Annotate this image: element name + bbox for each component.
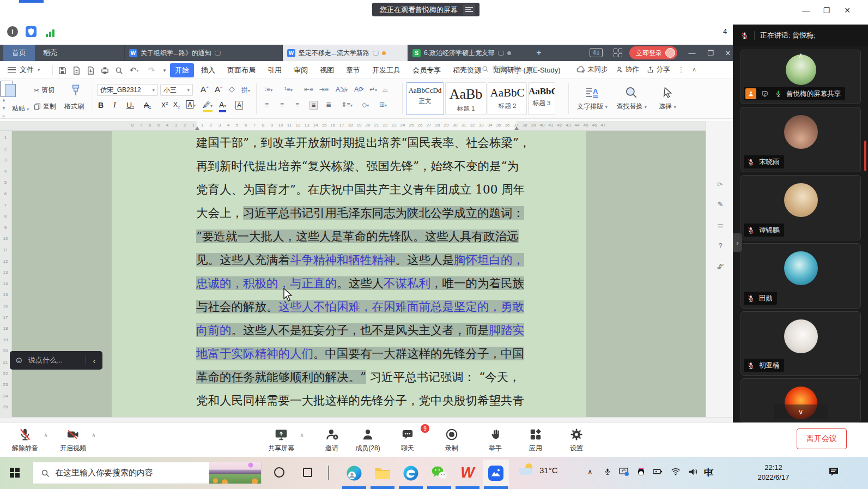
settings-button[interactable]: 设置 <box>559 426 594 453</box>
login-button[interactable]: 立即登录 <box>629 46 677 59</box>
strikethrough-button[interactable]: A▾ <box>144 101 151 110</box>
indent-marker[interactable] <box>514 126 519 130</box>
justify-button[interactable]: ≡ <box>309 101 318 110</box>
taskbar-clock[interactable]: 22:12 2022/6/17 <box>748 463 799 482</box>
style-card-1[interactable]: AaBb标题 1 <box>445 82 487 115</box>
align-left-button[interactable]: ≡ <box>265 101 269 108</box>
format-painter-icon[interactable] <box>69 83 83 98</box>
doc-tab-2-active[interactable]: W 坚定不移走...流大学新路 🖵 <box>282 45 408 61</box>
share-screen-button[interactable]: 共享屏幕 <box>264 426 299 453</box>
share-screen-chevron-icon[interactable]: ∧ <box>300 432 304 439</box>
document-line[interactable]: 地富于实际精神的人们。中国要有一大群这样的先锋分子，中国 <box>196 345 517 363</box>
export-pdf-button[interactable] <box>85 65 96 76</box>
subscript-button[interactable]: X2 <box>173 101 180 110</box>
participant-tile[interactable]: ∨ <box>740 378 861 422</box>
style-card-3[interactable]: AaBbC标题 3 <box>528 82 555 115</box>
font-color-button[interactable]: A▾ <box>219 101 226 112</box>
notification-center-button[interactable] <box>828 467 839 479</box>
taskbar-app-meeting[interactable] <box>483 460 509 486</box>
paste-button[interactable]: 粘贴 ▾ <box>12 104 29 113</box>
help-icon[interactable]: ? <box>715 240 725 250</box>
vertical-ruler[interactable]: 1234567891011121314151617181920212223242… <box>0 131 12 422</box>
tray-battery-icon[interactable] <box>653 468 663 475</box>
search-scenery-image[interactable] <box>209 462 261 484</box>
text-layout-button[interactable]: A 文字排版 ▾ <box>574 83 610 111</box>
document-line[interactable]: 向前的。这些人不是狂妄分子，也不是风头主义者，而是脚踏实 <box>196 322 517 339</box>
apps-button[interactable]: 应用 <box>518 426 553 453</box>
ribbon-tab-4[interactable]: 审阅 <box>289 63 313 77</box>
members-button[interactable]: 成员(28) <box>348 426 388 453</box>
taskbar-search[interactable]: 在这里输入你要搜索的内容 <box>33 462 262 484</box>
tray-expand-icon[interactable]: ∧ <box>587 468 593 476</box>
copy-button[interactable]: 复制 <box>34 102 56 111</box>
page-width-button[interactable]: ⌓ <box>383 86 388 93</box>
scroll-up-icon[interactable]: ∧ <box>798 51 804 59</box>
scroll-down-icon[interactable]: ∨ <box>774 405 828 419</box>
bullet-list-button[interactable]: ∶≡▾ <box>265 86 272 93</box>
sidebar-collapse-handle[interactable]: › <box>733 233 742 252</box>
wps-restore-button[interactable]: ❐ <box>704 48 717 58</box>
participant-tile[interactable]: 田勋 <box>740 243 861 309</box>
taskbar-app-wps[interactable]: W <box>454 460 481 486</box>
redo-button[interactable]: ↷ <box>146 65 157 76</box>
format-painter-button[interactable]: 格式刷 <box>64 102 84 111</box>
restore-button[interactable]: ❐ <box>820 5 834 15</box>
attach-icon[interactable]: 🖇 <box>715 261 725 271</box>
chat-overlay[interactable]: ☺ 说点什么... ‹ <box>10 351 102 370</box>
superscript-button[interactable]: X2 <box>161 101 168 109</box>
tray-qq-icon[interactable] <box>637 467 645 476</box>
shading-button[interactable]: ◇▾ <box>362 101 369 108</box>
video-chevron-icon[interactable]: ∧ <box>92 432 96 439</box>
text-direction-button[interactable]: A⟳ <box>354 86 364 93</box>
print-preview-button[interactable] <box>113 65 124 76</box>
unmute-button[interactable]: 解除静音 <box>8 426 43 453</box>
sidebar-scrollbar[interactable] <box>864 141 866 171</box>
document-line[interactable]: 大会上，习近平总书记引用毛泽东同志为陕北公学成立的题词： <box>196 204 517 222</box>
record-button[interactable]: 录制 <box>434 426 469 453</box>
ime-indicator[interactable]: 中 <box>704 466 713 479</box>
align-right-button[interactable]: ≡ <box>295 101 299 108</box>
ribbon-tab-7[interactable]: 开发工具 <box>367 63 405 77</box>
leave-meeting-button[interactable]: 离开会议 <box>797 428 847 449</box>
ribbon-tab-0[interactable]: 开始 <box>170 63 194 77</box>
file-menu-button[interactable]: 文件 ▾ <box>8 65 40 75</box>
pinyin-guide-button[interactable]: 拼▾ <box>241 86 250 95</box>
taskbar-app-explorer[interactable] <box>369 460 396 486</box>
font-name-combo[interactable]: 仿宋_GB2312▾ <box>97 84 158 96</box>
meeting-info-icon[interactable]: i <box>7 26 18 37</box>
new-tab-button[interactable]: + <box>533 47 545 59</box>
raise-hand-button[interactable]: 举手 <box>478 426 513 453</box>
sync-status[interactable]: 未同步 <box>576 65 608 74</box>
document-line[interactable]: 与社会的解放。这些人不怕困难，在困难面前总是坚定的，勇敢 <box>196 298 517 316</box>
meeting-security-icon[interactable] <box>26 26 37 37</box>
shrink-font-button[interactable]: A− <box>215 84 223 94</box>
print-button[interactable] <box>99 65 110 76</box>
wps-minimize-button[interactable]: — <box>685 48 699 58</box>
document-line[interactable]: “要造就一大批人，这些人是革命的先锋队。这些人具有政治远 <box>196 228 517 245</box>
workspace-grid-button[interactable] <box>614 49 622 57</box>
style-card-0[interactable]: AaBbCcDd正文 <box>406 82 444 115</box>
document-line[interactable]: 党育人、为国育才”。在庆祝中国共产主义青年团成立 100 周年 <box>196 181 517 198</box>
font-size-combo[interactable]: 小三▾ <box>160 84 193 96</box>
taskbar-app-browser[interactable] <box>341 460 367 486</box>
char-shading-button[interactable]: A <box>235 101 243 110</box>
borders-button[interactable]: ⊞▾ <box>379 101 387 108</box>
banner-menu-icon[interactable] <box>463 4 475 15</box>
chat-input-placeholder[interactable]: 说点什么... <box>28 355 86 365</box>
select-tool-icon[interactable]: ▻ <box>715 178 725 188</box>
undo-button[interactable]: ↶▾ <box>129 65 139 76</box>
participant-tile[interactable]: ∧曾悦梅的屏幕共享 <box>740 50 861 104</box>
ribbon-tab-8[interactable]: 会员专享 <box>408 63 446 77</box>
taskbar-app-wechat[interactable] <box>426 460 452 486</box>
emoji-icon[interactable]: ☺ <box>10 355 28 365</box>
doc-tab-3[interactable]: S 6.政治经济学硕士党支部 🖵 <box>408 45 529 61</box>
chat-button[interactable]: 9聊天 <box>390 426 425 453</box>
invite-button[interactable]: 邀请 <box>314 426 349 453</box>
tray-volume-icon[interactable] <box>688 468 698 476</box>
ribbon-tab-6[interactable]: 章节 <box>341 63 365 77</box>
find-replace-button[interactable]: 查找替换 ▾ <box>614 83 650 111</box>
taskbar-app-edge[interactable] <box>398 460 424 486</box>
document-line[interactable]: 再到新时代提出培养“复兴栋梁、强国先锋”，始终不变的是“为 <box>196 158 517 175</box>
participant-tile[interactable]: 谭锦鹏 <box>740 175 861 240</box>
line-spacing-button[interactable]: ⇕≡▾ <box>341 101 353 108</box>
